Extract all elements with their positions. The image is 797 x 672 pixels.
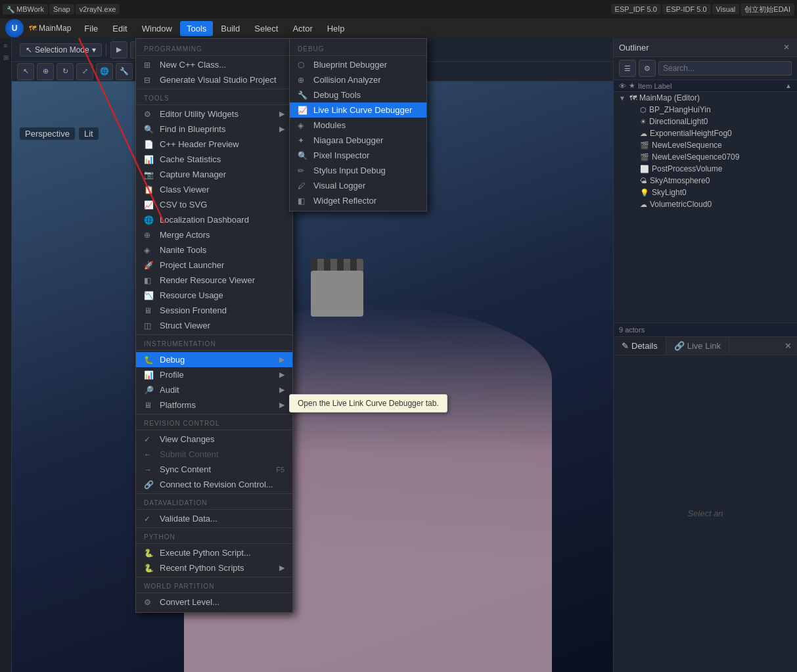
translate-btn[interactable]: ⊕ [37, 63, 54, 80]
menu-view-changes[interactable]: ✓ View Changes [136, 432, 292, 447]
profile-arrow: ▶ [279, 370, 285, 379]
menu-profile[interactable]: 📊 Profile ▶ [136, 367, 292, 382]
tab-live-link[interactable]: 🔗 Live Link [666, 337, 729, 355]
tree-row-directional[interactable]: ☀ DirectionalLight0 [614, 116, 797, 127]
tree-row-levelseq[interactable]: 🎬 NewLevelSequence [614, 139, 797, 151]
menu-recent-python[interactable]: 🐍 Recent Python Scripts ▶ [136, 560, 292, 575]
sidebar-icon-2[interactable]: ⊞ [1, 53, 11, 62]
merge-icon: ⊕ [144, 231, 154, 240]
audit-icon: 🔎 [144, 386, 154, 395]
section-revision: REVISION CONTROL [136, 416, 292, 428]
menu-find-blueprints[interactable]: 🔍 Find in Blueprints ▶ [136, 122, 292, 137]
tree-row-levelseq0709[interactable]: 🎬 NewLevelSequence0709 [614, 151, 797, 163]
tab-details[interactable]: ✎ Details [614, 337, 666, 355]
menu-capture-manager[interactable]: 📷 Capture Manager [136, 167, 292, 182]
menu-sync-content[interactable]: → Sync Content F5 [136, 462, 292, 477]
selection-mode-dropdown[interactable]: ↖ Selection Mode ▾ [20, 43, 102, 56]
menu-audit[interactable]: 🔎 Audit ▶ [136, 382, 292, 397]
menu-blueprint-debugger[interactable]: ⬡ Blueprint Debugger [290, 57, 426, 72]
si-icon: ✏ [298, 166, 308, 175]
scale-btn[interactable]: ⤢ [76, 63, 93, 80]
rotate-btn[interactable]: ↻ [57, 63, 74, 80]
menu-editor-utility[interactable]: ⚙ Editor Utility Widgets ▶ [136, 106, 292, 122]
taskbar-mbwork[interactable]: 🔧 MBWork [3, 4, 48, 14]
menu-modules[interactable]: ◈ Modules [290, 118, 426, 133]
play-btn[interactable]: ▶ [110, 41, 127, 58]
taskbar-edai[interactable]: 创立初始EDAI [740, 3, 794, 16]
menu-item-build[interactable]: Build [214, 21, 246, 36]
menu-execute-python[interactable]: 🐍 Execute Python Script... [136, 545, 292, 560]
sf-icon: 🖥 [144, 306, 154, 315]
menu-localization[interactable]: 🌐 Localization Dashboard [136, 212, 292, 227]
outliner-close-btn[interactable]: ✕ [781, 42, 792, 53]
menu-platforms[interactable]: 🖥 Platforms ▶ [136, 397, 292, 413]
menu-project-launcher[interactable]: 🚀 Project Launcher [136, 258, 292, 273]
outliner-filter-btn[interactable]: ☰ [619, 60, 636, 77]
menu-merge-actors[interactable]: ⊕ Merge Actors [136, 227, 292, 242]
taskbar-snap[interactable]: Snap [49, 4, 74, 14]
lit-label: Lit [79, 127, 99, 140]
menu-nanite[interactable]: ◈ Nanite Tools [136, 242, 292, 258]
section-tools: TOOLS [136, 91, 292, 103]
details-tab-bar: ✎ Details 🔗 Live Link ✕ [614, 337, 797, 355]
menu-widget-reflector[interactable]: ◧ Widget Reflector [290, 193, 426, 208]
tooltip: Open the Live Link Curve Debugger tab. [289, 394, 447, 413]
menu-item-tools[interactable]: Tools [180, 21, 213, 36]
menu-pixel-inspector[interactable]: 🔍 Pixel Inspector [290, 148, 426, 163]
cv-icon: 📋 [144, 185, 154, 194]
livelink-icon: 🔗 [674, 341, 685, 351]
menu-class-viewer[interactable]: 📋 Class Viewer [136, 182, 292, 197]
menu-resource-usage[interactable]: 📉 Resource Usage [136, 288, 292, 303]
menu-validate-data[interactable]: ✓ Validate Data... [136, 511, 292, 526]
menu-item-actor[interactable]: Actor [286, 21, 319, 36]
tree-row-skylight[interactable]: 💡 SkyLight0 [614, 187, 797, 198]
menu-convert-level[interactable]: ⚙ Convert Level... [136, 594, 292, 610]
menu-item-select[interactable]: Select [248, 21, 285, 36]
menu-debug[interactable]: 🐛 Debug ▶ [136, 352, 292, 367]
section-programming: PROGRAMMING [136, 41, 292, 54]
menu-item-edit[interactable]: Edit [106, 21, 133, 36]
world-btn[interactable]: 🌐 [96, 63, 113, 80]
taskbar-esp2[interactable]: ESP-IDF 5.0 [662, 4, 711, 14]
taskbar-esp1[interactable]: ESP_IDF 5.0 [611, 4, 661, 14]
sidebar-icon-1[interactable]: ≡ [1, 41, 11, 50]
menu-stylus-input[interactable]: ✏ Stylus Input Debug [290, 163, 426, 178]
menu-cache-stats[interactable]: 📊 Cache Statistics [136, 152, 292, 167]
menu-collision-analyzer[interactable]: ⊕ Collision Analyzer [290, 72, 426, 87]
menu-struct-viewer[interactable]: ◫ Struct Viewer [136, 318, 292, 333]
taskbar-visual[interactable]: Visual [712, 4, 740, 14]
menu-item-window[interactable]: Window [135, 21, 179, 36]
outliner-sort-btn[interactable]: ⚙ [639, 60, 656, 77]
taskbar-v2rayn[interactable]: v2rayN.exe [76, 4, 120, 14]
menu-connect-revision[interactable]: 🔗 Connect to Revision Control... [136, 477, 292, 492]
sep-tools [136, 89, 292, 89]
snap-btn[interactable]: 🔧 [116, 63, 133, 80]
details-close-btn[interactable]: ✕ [779, 338, 797, 353]
menu-visual-logger[interactable]: 🖊 Visual Logger [290, 178, 426, 193]
menu-debug-tools[interactable]: 🔧 Debug Tools [290, 87, 426, 102]
outliner-tree: ▼ 🗺 MainMap (Editor) ⬡ BP_ZHangHuiYin ☀ … [614, 92, 797, 323]
menu-generate-vs-project[interactable]: ⊟ Generate Visual Studio Project [136, 72, 292, 87]
outliner-search-input[interactable] [658, 61, 792, 76]
tree-row-fog[interactable]: ☁ ExponentialHeightFog0 [614, 127, 797, 139]
menu-niagara-debugger[interactable]: ✦ Niagara Debugger [290, 133, 426, 148]
main-map-label: MainMap [39, 24, 71, 33]
tree-row-postprocess[interactable]: ⬜ PostProcessVolume [614, 163, 797, 175]
tree-row-volumetric[interactable]: ☁ VolumetricCloud0 [614, 198, 797, 210]
vs-icon: ⊟ [144, 76, 154, 85]
menu-session-frontend[interactable]: 🖥 Session Frontend [136, 303, 292, 318]
details-body: Select an [614, 355, 797, 673]
tree-row-mainmap[interactable]: ▼ 🗺 MainMap (Editor) [614, 92, 797, 104]
menu-item-file[interactable]: File [78, 21, 104, 36]
menu-render-resource[interactable]: ◧ Render Resource Viewer [136, 273, 292, 288]
menu-cpp-header[interactable]: 📄 C++ Header Preview [136, 137, 292, 152]
cpp-icon: ⊞ [144, 60, 154, 70]
menu-item-help[interactable]: Help [321, 21, 352, 36]
tree-row-skyatmo[interactable]: 🌤 SkyAtmosphere0 [614, 175, 797, 187]
tree-row-bp-zhang[interactable]: ⬡ BP_ZHangHuiYin [614, 104, 797, 116]
bd-icon: ⬡ [298, 60, 308, 70]
menu-csv-svg[interactable]: 📈 CSV to SVG [136, 197, 292, 212]
menu-new-cpp-class[interactable]: ⊞ New C++ Class... [136, 57, 292, 72]
transform-btn[interactable]: ↖ [17, 63, 34, 80]
menu-live-link-curve[interactable]: 📈 Live Link Curve Debugger [290, 102, 426, 118]
